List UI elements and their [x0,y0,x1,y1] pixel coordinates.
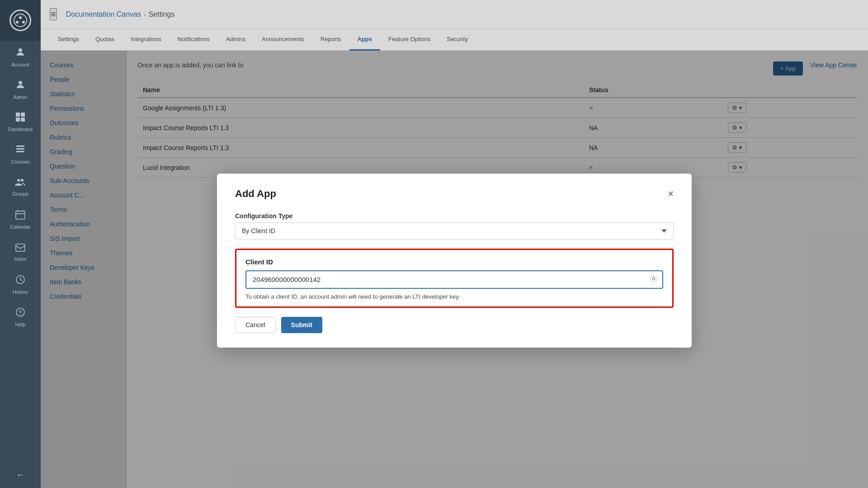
client-id-hint: To obtain a client ID, an account admin … [245,293,663,300]
svg-rect-7 [21,113,25,117]
svg-rect-12 [16,151,24,152]
sidebar-item-inbox[interactable]: Inbox [0,236,41,268]
tab-feature-options[interactable]: Feature Options [380,29,439,51]
courses-icon [15,145,25,157]
tab-reports[interactable]: Reports [312,29,349,51]
dashboard-icon [15,112,25,125]
svg-rect-15 [16,211,25,219]
tab-integrations[interactable]: Integrations [123,29,170,51]
svg-rect-19 [16,244,25,251]
breadcrumb-separator: › [144,11,146,18]
modal-title: Add App [235,188,276,200]
calendar-icon [15,210,25,222]
sidebar-item-courses-label: Courses [11,159,30,164]
config-type-group: Configuration Type By Client ID By URL P… [235,212,674,239]
history-icon [15,275,25,287]
sidebar-item-help[interactable]: ? Help [0,301,41,333]
svg-rect-9 [21,117,25,122]
sidebar-item-inbox-label: Inbox [14,256,27,262]
sidebar-item-calendar[interactable]: Calendar [0,203,41,236]
svg-rect-11 [16,148,24,150]
sidebar-item-dashboard[interactable]: Dashboard [0,106,41,138]
submit-button[interactable]: Submit [281,317,322,333]
tab-apps[interactable]: Apps [349,29,381,51]
svg-rect-10 [16,145,24,147]
svg-point-4 [19,48,22,52]
tab-notifications[interactable]: Notifications [170,29,218,51]
sidebar-item-help-label: Help [15,322,26,327]
svg-point-2 [16,21,19,23]
admin-icon [15,79,26,93]
inbox-icon [15,243,25,254]
add-app-modal: Add App × Configuration Type By Client I… [217,174,692,347]
modal-actions: Cancel Submit [235,317,674,333]
svg-point-0 [14,14,27,27]
svg-point-5 [19,81,22,84]
modal-close-button[interactable]: × [668,189,674,199]
tab-settings[interactable]: Settings [50,29,87,51]
logo-icon [9,9,31,31]
nav-tabs: Settings Quotas Integrations Notificatio… [41,29,868,51]
groups-icon [15,178,26,189]
svg-point-3 [22,21,25,23]
svg-point-1 [19,16,22,19]
sidebar-item-history-label: History [13,289,28,295]
topbar: ≡ Documentation Canvas › Settings [41,0,868,29]
hamburger-button[interactable]: ≡ [50,8,57,20]
tab-announcements[interactable]: Announcements [254,29,312,51]
sidebar-collapse[interactable]: ← [0,461,41,488]
tab-quotas[interactable]: Quotas [87,29,123,51]
sidebar-logo [0,0,41,41]
cancel-button[interactable]: Cancel [235,317,276,333]
sidebar-item-calendar-label: Calendar [10,224,31,230]
client-id-input[interactable] [245,270,663,289]
sidebar-item-dashboard-label: Dashboard [8,127,33,132]
account-icon [15,47,26,60]
help-icon: ? [15,307,25,320]
sidebar-item-admin[interactable]: Admin [0,73,41,106]
sidebar-item-account-label: Account [11,62,29,67]
sidebar-item-courses[interactable]: Courses [0,138,41,171]
breadcrumb: Documentation Canvas › Settings [66,10,175,19]
sidebar-item-admin-label: Admin [13,94,27,100]
client-id-input-wrap [245,270,663,289]
tab-admins[interactable]: Admins [218,29,254,51]
client-id-section: Client ID To obtain a client ID, an acco… [235,249,674,308]
config-type-select[interactable]: By Client ID By URL Paste XML Manually [235,222,674,239]
svg-text:?: ? [19,309,22,316]
main-area: ≡ Documentation Canvas › Settings Settin… [41,0,868,488]
svg-point-14 [21,179,24,182]
sidebar-item-history[interactable]: History [0,268,41,301]
tab-security[interactable]: Security [439,29,476,51]
config-type-label: Configuration Type [235,212,674,220]
content-area: Courses People Statistics Permissions Ou… [41,51,868,488]
sidebar-item-groups[interactable]: Groups [0,171,41,203]
modal-header: Add App × [235,188,674,200]
sidebar: Account Admin Dashboard Courses Groups C… [0,0,41,488]
collapse-icon: ← [16,469,25,480]
svg-point-13 [17,179,20,182]
sidebar-item-account[interactable]: Account [0,41,41,73]
client-id-label: Client ID [245,258,663,266]
breadcrumb-home[interactable]: Documentation Canvas [66,10,141,19]
svg-rect-8 [16,117,20,122]
sidebar-item-groups-label: Groups [12,191,28,197]
svg-rect-6 [16,113,20,117]
breadcrumb-current: Settings [149,10,175,19]
